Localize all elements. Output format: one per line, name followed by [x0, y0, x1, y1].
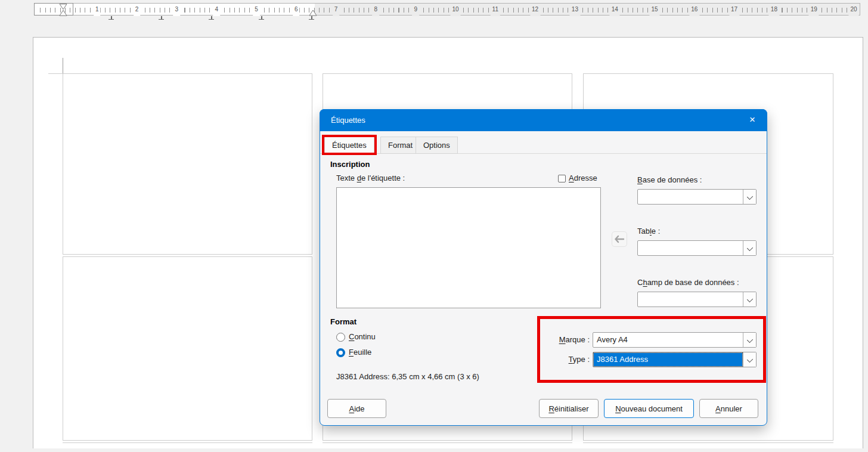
label-frame-edge: [63, 442, 312, 448]
ruler-number: 15: [649, 4, 659, 16]
ruler-number: 13: [570, 4, 580, 16]
new-document-button[interactable]: Nouveau document: [604, 399, 694, 418]
text-boundary-tick: [48, 73, 63, 74]
arrow-left-icon: [612, 232, 627, 246]
tab-etiquettes[interactable]: Étiquettes: [324, 137, 374, 154]
ruler-number: 2: [134, 4, 141, 16]
chevron-down-icon[interactable]: [743, 190, 756, 204]
label-frame-edge: [323, 442, 572, 448]
ruler-number: 11: [491, 4, 500, 16]
type-label: Type :: [547, 355, 590, 364]
ruler-number: 6: [293, 4, 300, 16]
ruler-number: 4: [213, 4, 220, 16]
type-dropdown[interactable]: J8361 Address: [593, 352, 757, 367]
reset-button[interactable]: Réinitialiser: [539, 399, 599, 418]
label-frame[interactable]: [63, 73, 312, 255]
right-indent-marker-icon[interactable]: [309, 9, 317, 18]
sheet-radio[interactable]: [336, 348, 345, 357]
horizontal-ruler[interactable]: 1234567891011121314151617181920: [34, 3, 860, 16]
label-frame-edge: [583, 442, 833, 448]
ruler-number: 8: [373, 4, 380, 16]
ruler-number: 19: [809, 4, 819, 16]
ruler-number: 7: [333, 4, 340, 16]
dialog-title: Étiquettes: [331, 109, 365, 131]
dialog-titlebar[interactable]: Étiquettes ×: [320, 109, 767, 131]
indent-marker-icon[interactable]: [58, 4, 68, 18]
insert-field-button[interactable]: [612, 231, 627, 247]
table-dropdown[interactable]: [637, 240, 757, 256]
label-text-label: Texte de l'étiquette :: [336, 174, 405, 182]
label-frame[interactable]: [63, 256, 312, 441]
chevron-down-icon[interactable]: [743, 352, 756, 367]
table-label: Table :: [637, 227, 660, 236]
tabstop-mark: [259, 16, 264, 20]
database-label: Base de données :: [637, 175, 702, 184]
close-icon[interactable]: ×: [740, 109, 765, 131]
database-field-dropdown[interactable]: [637, 292, 757, 307]
database-dropdown[interactable]: [637, 189, 757, 205]
format-heading: Format: [330, 317, 356, 326]
brand-label: Marque :: [547, 335, 590, 344]
annotation-box-brand-type: [537, 316, 766, 383]
app-window: 1234567891011121314151617181920: [0, 0, 868, 452]
tab-options[interactable]: Options: [416, 137, 458, 154]
ruler-number: 17: [729, 4, 739, 16]
continuous-radio[interactable]: [336, 333, 345, 342]
address-checkbox-label: Adresse: [569, 174, 597, 182]
database-field-label: Champ de base de données :: [637, 278, 739, 287]
text-cursor: [63, 58, 63, 73]
label-text-input[interactable]: [336, 187, 601, 308]
ruler-number: 12: [530, 4, 540, 16]
tabstop-mark: [209, 16, 214, 20]
help-button[interactable]: Aide: [327, 399, 386, 418]
ruler-number: 3: [173, 4, 181, 16]
labels-dialog: Étiquettes × Étiquettes Format Options I…: [320, 109, 767, 426]
ruler-number: 5: [253, 4, 260, 16]
ruler-number: 9: [412, 4, 419, 16]
sheet-radio-label: Feuille: [349, 348, 371, 357]
tabstop-mark: [159, 16, 164, 20]
cancel-button[interactable]: Annuler: [699, 399, 758, 418]
label-format-info: J8361 Address: 6,35 cm x 4,66 cm (3 x 6): [336, 372, 479, 381]
inscription-heading: Inscription: [330, 160, 370, 169]
tab-format[interactable]: Format: [380, 137, 420, 154]
ruler-number: 10: [450, 4, 460, 16]
address-checkbox[interactable]: [558, 175, 566, 182]
tabstop-mark: [108, 16, 114, 20]
ruler-number: 14: [610, 4, 620, 16]
ruler-number: 1: [94, 4, 101, 16]
chevron-down-icon[interactable]: [743, 333, 756, 347]
ruler-number: 20: [848, 4, 858, 16]
chevron-down-icon[interactable]: [743, 241, 756, 255]
brand-dropdown[interactable]: Avery A4: [593, 332, 757, 348]
chevron-down-icon[interactable]: [743, 292, 756, 307]
ruler-number: 16: [689, 4, 699, 16]
ruler-number: 18: [769, 4, 779, 16]
continuous-radio-label: Continu: [349, 332, 376, 341]
